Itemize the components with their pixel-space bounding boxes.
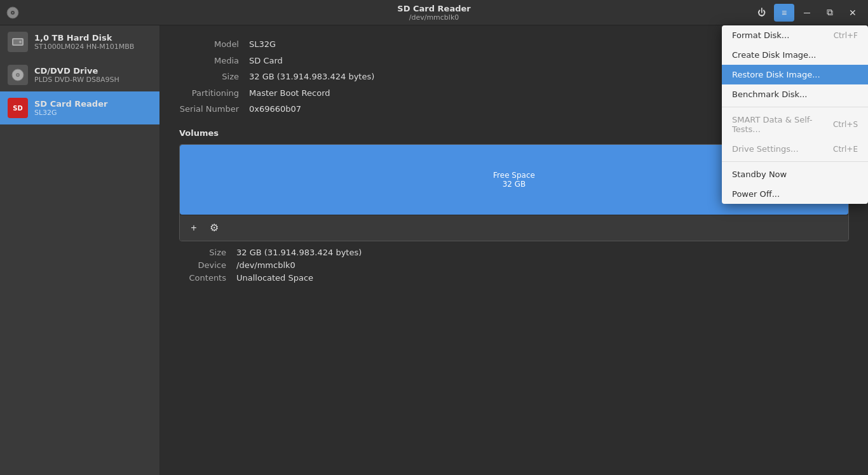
menu-item-drive-settings-label: Drive Settings... <box>732 144 799 154</box>
size-value: 32 GB (31.914.983.424 bytes) <box>249 70 374 83</box>
hdd-icon <box>8 32 28 52</box>
menu-item-smart-label: SMART Data & Self-Tests... <box>732 115 833 134</box>
titlebar-left <box>5 5 20 20</box>
volume-size-value: 32 GB (31.914.983.424 bytes) <box>236 248 362 257</box>
menu-item-power-off-label: Power Off... <box>732 189 780 199</box>
dropdown-menu: Format Disk... Ctrl+F Create Disk Image.… <box>722 25 868 204</box>
sidebar-item-hdd-sub: ST1000LM024 HN-M101MBB <box>34 43 152 51</box>
media-label: Media <box>179 55 249 67</box>
menu-item-restore-image[interactable]: Restore Disk Image... <box>722 65 868 84</box>
sidebar-item-sd-name: SD Card Reader <box>34 99 152 109</box>
menu-item-smart-shortcut: Ctrl+S <box>833 120 858 129</box>
svg-point-5 <box>19 41 22 43</box>
volume-size-label: Size <box>179 248 236 257</box>
menu-item-format-shortcut: Ctrl+F <box>834 31 858 40</box>
volume-contents-row: Contents Unallocated Space <box>179 273 849 283</box>
add-volume-button[interactable]: + <box>185 219 203 237</box>
partitioning-value: Master Boot Record <box>249 87 330 100</box>
serial-label: Serial Number <box>179 103 249 116</box>
partitioning-label: Partitioning <box>179 87 249 100</box>
menu-item-drive-settings: Drive Settings... Ctrl+E <box>722 139 868 159</box>
titlebar: SD Card Reader /dev/mmcblk0 ⏻ ≡ ─ ⧉ ✕ <box>0 0 868 25</box>
sidebar-item-hdd-name: 1,0 TB Hard Disk <box>34 33 152 43</box>
volume-device-row: Device /dev/mmcblk0 <box>179 260 849 270</box>
svg-point-8 <box>17 74 18 76</box>
volume-bar-line1: Free Space <box>493 171 535 180</box>
menu-item-smart: SMART Data & Self-Tests... Ctrl+S <box>722 110 868 139</box>
sidebar-item-hdd-text: 1,0 TB Hard Disk ST1000LM024 HN-M101MBB <box>34 33 152 51</box>
menu-item-standby-label: Standby Now <box>732 170 787 179</box>
menu-item-benchmark-label: Benchmark Disk... <box>732 90 808 99</box>
menu-button[interactable]: ≡ <box>774 4 794 22</box>
menu-separator-2 <box>722 161 868 162</box>
main-layout: 1,0 TB Hard Disk ST1000LM024 HN-M101MBB … <box>0 25 868 475</box>
size-label: Size <box>179 70 249 83</box>
menu-item-power-off[interactable]: Power Off... <box>722 184 868 204</box>
sidebar-item-dvd-text: CD/DVD Drive PLDS DVD-RW DS8A9SH <box>34 66 152 84</box>
titlebar-subtitle: /dev/mmcblk0 <box>397 13 470 22</box>
serial-value: 0x69660b07 <box>249 103 301 116</box>
volume-size-row: Size 32 GB (31.914.983.424 bytes) <box>179 248 849 257</box>
svg-point-2 <box>12 12 13 13</box>
minimize-button[interactable]: ─ <box>797 4 817 22</box>
menu-item-format-label: Format Disk... <box>732 30 789 40</box>
sidebar-item-dvd-name: CD/DVD Drive <box>34 66 152 76</box>
menu-item-create-image-label: Create Disk Image... <box>732 50 817 60</box>
sd-icon: SD <box>8 98 28 118</box>
menu-separator-1 <box>722 107 868 107</box>
volume-bar-text: Free Space 32 GB <box>493 171 535 189</box>
volume-details: Size 32 GB (31.914.983.424 bytes) Device… <box>179 241 849 283</box>
volume-actions: + ⚙ <box>180 215 848 241</box>
dvd-icon <box>8 65 28 85</box>
titlebar-center: SD Card Reader /dev/mmcblk0 <box>397 4 470 22</box>
volume-contents-label: Contents <box>179 273 236 283</box>
titlebar-title: SD Card Reader <box>397 4 470 13</box>
restore-button[interactable]: ⧉ <box>820 4 840 22</box>
sidebar-item-dvd-sub: PLDS DVD-RW DS8A9SH <box>34 76 152 84</box>
menu-item-format[interactable]: Format Disk... Ctrl+F <box>722 25 868 45</box>
power-button[interactable]: ⏻ <box>751 4 771 22</box>
media-value: SD Card <box>249 55 283 67</box>
app-icon <box>5 5 20 20</box>
menu-item-restore-image-label: Restore Disk Image... <box>732 70 820 79</box>
sidebar-item-sd-text: SD Card Reader SL32G <box>34 99 152 117</box>
model-value: SL32G <box>249 38 276 51</box>
menu-item-standby[interactable]: Standby Now <box>722 164 868 184</box>
content-wrapper: Model SL32G Media SD Card Size 32 GB (31… <box>160 25 868 475</box>
menu-item-benchmark[interactable]: Benchmark Disk... <box>722 84 868 104</box>
volume-device-label: Device <box>179 260 236 270</box>
sidebar-item-sd-sub: SL32G <box>34 109 152 117</box>
sidebar: 1,0 TB Hard Disk ST1000LM024 HN-M101MBB … <box>0 25 160 475</box>
menu-item-create-image[interactable]: Create Disk Image... <box>722 45 868 65</box>
volume-device-value: /dev/mmcblk0 <box>236 260 295 270</box>
sidebar-item-hdd[interactable]: 1,0 TB Hard Disk ST1000LM024 HN-M101MBB <box>0 25 159 58</box>
close-button[interactable]: ✕ <box>843 4 863 22</box>
menu-item-drive-settings-shortcut: Ctrl+E <box>833 145 858 154</box>
titlebar-controls: ⏻ ≡ ─ ⧉ ✕ <box>751 4 863 22</box>
sidebar-item-dvd[interactable]: CD/DVD Drive PLDS DVD-RW DS8A9SH <box>0 58 159 91</box>
volume-settings-button[interactable]: ⚙ <box>205 219 223 237</box>
volume-contents-value: Unallocated Space <box>236 273 313 283</box>
model-label: Model <box>179 38 249 51</box>
volume-bar-line2: 32 GB <box>493 180 535 189</box>
sidebar-item-sd[interactable]: SD SD Card Reader SL32G <box>0 91 159 124</box>
